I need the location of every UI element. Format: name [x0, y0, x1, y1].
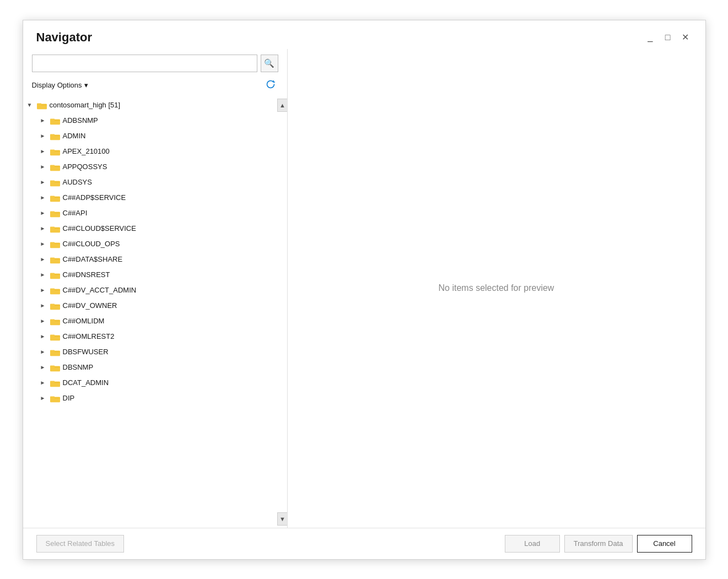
close-button[interactable]: ✕	[679, 31, 692, 44]
tree-item[interactable]: ► APEX_210100	[23, 144, 276, 159]
folder-icon	[50, 271, 60, 279]
svg-rect-35	[50, 365, 55, 367]
dropdown-arrow-icon: ▾	[84, 81, 88, 89]
item-label: C##ADP$SERVICE	[63, 193, 126, 202]
item-label: C##DNSREST	[63, 270, 110, 279]
cancel-button[interactable]: Cancel	[637, 535, 692, 553]
expand-arrow[interactable]: ►	[39, 240, 47, 248]
tree-item[interactable]: ► DBSFWUSER	[23, 344, 276, 360]
item-label: DBSNMP	[63, 363, 94, 371]
expand-arrow[interactable]: ►	[39, 116, 47, 125]
tree-item[interactable]: ► DBSNMP	[23, 360, 276, 375]
search-button[interactable]: 🔍	[261, 55, 278, 72]
item-label: APPQOSSYS	[63, 163, 107, 171]
expand-arrow[interactable]: ►	[39, 270, 47, 279]
root-collapse-arrow[interactable]: ▼	[25, 101, 34, 110]
folder-icon	[50, 286, 60, 294]
expand-arrow[interactable]: ►	[39, 178, 47, 187]
svg-rect-9	[50, 165, 55, 167]
item-label: C##DV_ACCT_ADMIN	[63, 286, 137, 294]
preview-empty-message: No items selected for preview	[439, 283, 554, 293]
search-input[interactable]	[32, 55, 257, 72]
folder-icon	[50, 302, 60, 310]
expand-arrow[interactable]: ►	[39, 255, 47, 264]
transform-data-button[interactable]: Transform Data	[564, 535, 633, 553]
svg-rect-39	[50, 396, 55, 398]
tree-item[interactable]: ► ADMIN	[23, 128, 276, 144]
tree-item[interactable]: ► C##DV_ACCT_ADMIN	[23, 283, 276, 298]
minimize-button[interactable]: ⎯	[644, 31, 657, 44]
svg-rect-7	[50, 149, 55, 151]
expand-arrow[interactable]: ►	[39, 363, 47, 372]
root-label: contosomart_high [51]	[50, 101, 121, 109]
folder-icon	[50, 256, 60, 263]
svg-rect-1	[37, 103, 41, 105]
item-label: DCAT_ADMIN	[63, 378, 109, 387]
tree-item[interactable]: ► C##CLOUD$SERVICE	[23, 221, 276, 236]
load-button[interactable]: Load	[505, 535, 560, 553]
folder-icon	[50, 117, 60, 125]
maximize-button[interactable]: □	[661, 31, 675, 44]
select-related-tables-button[interactable]: Select Related Tables	[36, 535, 125, 553]
scroll-down-button[interactable]: ▼	[277, 512, 287, 526]
tree-list[interactable]: ▼ contosomart_high [51] ►	[23, 96, 276, 528]
folder-icon	[50, 178, 60, 186]
expand-arrow[interactable]: ►	[39, 163, 47, 171]
footer-right: Load Transform Data Cancel	[505, 535, 692, 553]
svg-rect-15	[50, 211, 55, 213]
item-label: C##DATA$SHARE	[63, 255, 123, 263]
folder-icon	[50, 163, 60, 171]
folder-icon	[50, 194, 60, 202]
item-label: C##OMLREST2	[63, 332, 115, 340]
window-controls: ⎯ □ ✕	[644, 31, 692, 44]
expand-arrow[interactable]: ►	[39, 209, 47, 218]
folder-icon	[50, 148, 60, 155]
dialog-body: 🔍 Display Options ▾	[23, 49, 705, 528]
tree-item[interactable]: ► C##DATA$SHARE	[23, 252, 276, 267]
folder-icon	[50, 225, 60, 232]
expand-arrow[interactable]: ►	[39, 378, 47, 387]
svg-rect-27	[50, 304, 55, 306]
tree-item[interactable]: ► DIP	[23, 391, 276, 406]
tree-item[interactable]: ► C##API	[23, 205, 276, 221]
expand-arrow[interactable]: ►	[39, 317, 47, 326]
tree-item[interactable]: ► C##DNSREST	[23, 267, 276, 283]
expand-arrow[interactable]: ►	[39, 301, 47, 310]
tree-root-item[interactable]: ▼ contosomart_high [51]	[23, 98, 276, 113]
folder-icon	[50, 240, 60, 248]
tree-item[interactable]: ► C##ADP$SERVICE	[23, 190, 276, 205]
navigator-dialog: Navigator ⎯ □ ✕ 🔍 Display Options ▾	[23, 20, 706, 560]
tree-item[interactable]: ► C##OMLREST2	[23, 329, 276, 344]
scroll-up-button[interactable]: ▲	[277, 99, 287, 112]
item-label: C##API	[63, 209, 88, 217]
search-row: 🔍	[23, 49, 287, 75]
display-options-button[interactable]: Display Options ▾	[32, 81, 88, 89]
item-label: C##CLOUD_OPS	[63, 240, 120, 248]
expand-arrow[interactable]: ►	[39, 193, 47, 202]
svg-rect-25	[50, 288, 55, 290]
tree-item[interactable]: ► AUDSYS	[23, 175, 276, 190]
svg-rect-3	[50, 118, 55, 121]
expand-arrow[interactable]: ►	[39, 224, 47, 233]
folder-icon	[50, 394, 60, 402]
right-panel: No items selected for preview	[288, 49, 705, 528]
expand-arrow[interactable]: ►	[39, 394, 47, 403]
footer-left: Select Related Tables	[36, 535, 125, 553]
refresh-button[interactable]	[263, 78, 278, 93]
expand-arrow[interactable]: ►	[39, 332, 47, 341]
expand-arrow[interactable]: ►	[39, 348, 47, 356]
tree-item[interactable]: ► DCAT_ADMIN	[23, 375, 276, 391]
tree-item[interactable]: ► ADBSNMP	[23, 113, 276, 128]
search-icon: 🔍	[264, 58, 274, 68]
expand-arrow[interactable]: ►	[39, 286, 47, 295]
title-bar: Navigator ⎯ □ ✕	[23, 20, 705, 49]
tree-item[interactable]: ► C##CLOUD_OPS	[23, 236, 276, 252]
tree-item[interactable]: ► C##OMLIDM	[23, 313, 276, 329]
tree-item[interactable]: ► C##DV_OWNER	[23, 298, 276, 313]
expand-arrow[interactable]: ►	[39, 132, 47, 140]
tree-item[interactable]: ► APPQOSSYS	[23, 159, 276, 175]
folder-icon	[50, 333, 60, 340]
expand-arrow[interactable]: ►	[39, 147, 47, 156]
tree-container: ▼ contosomart_high [51] ►	[23, 96, 287, 528]
svg-rect-17	[50, 226, 55, 229]
